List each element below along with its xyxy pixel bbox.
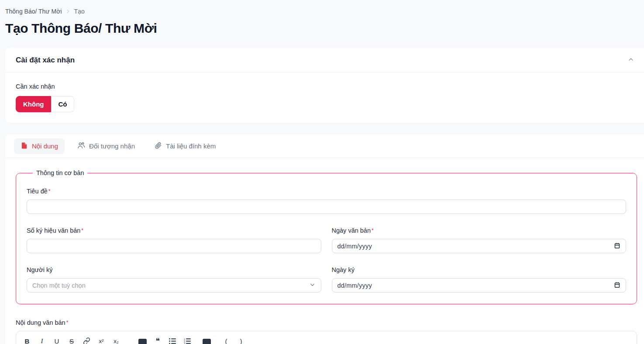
basic-info-legend: Thông tin cơ bản (33, 169, 87, 177)
file-icon (21, 142, 28, 151)
content-tab-panel: Thông tin cơ bản Tiêu đề* Số ký hiệu văn… (5, 158, 644, 344)
italic-icon[interactable]: I (38, 337, 46, 344)
ordered-list-icon[interactable]: 123 (183, 337, 191, 344)
chevron-down-icon (309, 282, 316, 289)
tab-label: Đối tượng nhận (89, 142, 135, 150)
confirm-toggle: Không Có (16, 96, 74, 112)
main-card: Nội dung Đối tượng nhận Tài liệu đính kè… (5, 134, 644, 344)
signer-select[interactable]: Chọn một tuỳ chọn (27, 278, 321, 292)
doc-date-label: Ngày văn bản* (332, 226, 627, 235)
blockquote-icon[interactable]: ❝ (154, 337, 162, 344)
editor-toolbar: B I U S x² x₂ ❝ 123 (23, 337, 630, 344)
tab-doi-tuong-nhan[interactable]: Đối tượng nhận (71, 138, 141, 154)
confirm-no-button[interactable]: Không (16, 96, 51, 112)
paren-open-icon[interactable]: ( (222, 337, 230, 344)
confirm-field-label: Cần xác nhận (16, 82, 637, 91)
underline-icon[interactable]: U (53, 337, 61, 344)
paren-close-icon[interactable]: ) (237, 337, 245, 344)
basic-info-fieldset: Thông tin cơ bản Tiêu đề* Số ký hiệu văn… (16, 169, 637, 304)
tab-noi-dung[interactable]: Nội dung (14, 138, 65, 154)
required-asterisk: * (66, 320, 69, 326)
sign-date-input[interactable]: dd/mm/yyyy (332, 278, 627, 292)
sign-date-field: Ngày ký dd/mm/yyyy (332, 265, 627, 292)
tab-label: Nội dung (32, 142, 58, 150)
date-placeholder: dd/mm/yyyy (337, 282, 372, 289)
calendar-icon[interactable] (614, 282, 620, 289)
tab-bar: Nội dung Đối tượng nhận Tài liệu đính kè… (5, 134, 644, 158)
confirm-settings-body: Cần xác nhận Không Có (5, 72, 644, 123)
breadcrumb-item-current: Tạo (74, 7, 85, 16)
required-asterisk: * (372, 227, 374, 234)
users-icon (77, 141, 85, 151)
paperclip-icon (154, 141, 162, 151)
svg-text:3: 3 (184, 342, 185, 344)
tab-label: Tài liệu đính kèm (166, 142, 216, 150)
superscript-icon[interactable]: x² (97, 337, 105, 344)
confirm-settings-card: Cài đặt xác nhận Cần xác nhận Không Có (5, 48, 644, 123)
tab-tai-lieu-dinh-kem[interactable]: Tài liệu đính kèm (148, 138, 222, 154)
breadcrumb: Thông Báo/ Thư Mời Tạo (0, 0, 644, 16)
date-placeholder: dd/mm/yyyy (337, 243, 372, 250)
select-placeholder: Chọn một tuỳ chọn (32, 282, 86, 289)
signer-field: Người ký Chọn một tuỳ chọn (27, 265, 321, 292)
confirm-settings-title: Cài đặt xác nhận (16, 56, 75, 65)
table-icon[interactable] (203, 337, 211, 344)
title-label: Tiêu đề* (27, 187, 626, 196)
confirm-yes-button[interactable]: Có (51, 96, 74, 112)
doc-date-field: Ngày văn bản* dd/mm/yyyy (332, 226, 627, 253)
chevron-right-icon (65, 8, 71, 14)
doc-date-input[interactable]: dd/mm/yyyy (332, 239, 627, 253)
page-title: Tạo Thông Báo/ Thư Mời (5, 21, 639, 36)
calendar-icon[interactable] (614, 242, 620, 250)
sign-date-label: Ngày ký (332, 265, 627, 274)
content-label: Nội dung văn bản* (16, 318, 637, 327)
strikethrough-icon[interactable]: S (68, 337, 76, 344)
title-input[interactable] (27, 200, 626, 214)
required-asterisk: * (81, 227, 83, 234)
chevron-up-icon[interactable] (627, 56, 634, 65)
confirm-settings-header[interactable]: Cài đặt xác nhận (5, 48, 644, 72)
doc-number-input[interactable] (27, 239, 321, 253)
image-icon[interactable] (138, 337, 147, 344)
breadcrumb-item-root[interactable]: Thông Báo/ Thư Mời (5, 7, 62, 16)
page: { "breadcrumb": { "items": ["Thông Báo/ … (0, 0, 644, 344)
subscript-icon[interactable]: x₂ (112, 337, 120, 344)
doc-number-field: Số ký hiệu văn bản* (27, 226, 321, 253)
required-asterisk: * (48, 188, 51, 194)
signer-label: Người ký (27, 265, 321, 274)
bold-icon[interactable]: B (23, 337, 31, 344)
bullet-list-icon[interactable] (169, 337, 176, 344)
rich-text-editor[interactable]: B I U S x² x₂ ❝ 123 (16, 331, 637, 344)
title-field: Tiêu đề* (27, 187, 626, 214)
content-body-field: Nội dung văn bản* B I U S x² x₂ ❝ (16, 318, 637, 344)
doc-number-label: Số ký hiệu văn bản* (27, 226, 321, 235)
link-icon[interactable] (83, 337, 90, 344)
